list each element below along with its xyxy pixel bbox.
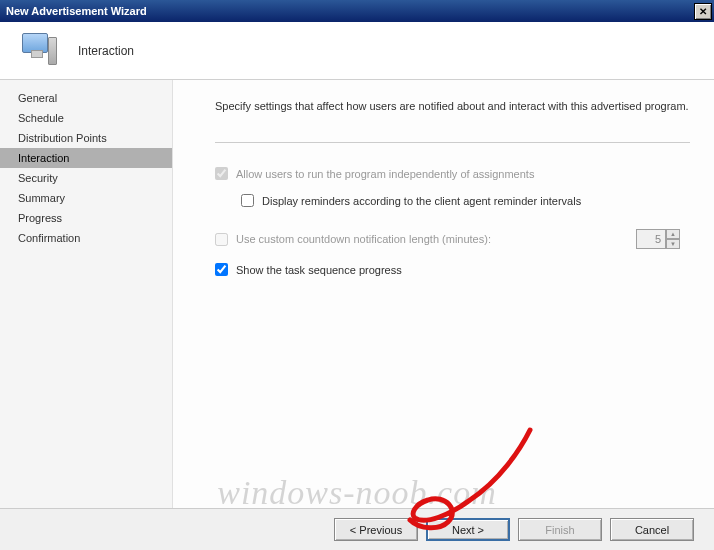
- close-button[interactable]: ✕: [694, 3, 712, 20]
- display-reminders-label: Display reminders according to the clien…: [262, 195, 581, 207]
- sidebar-item-label: General: [18, 92, 57, 104]
- next-button[interactable]: Next >: [426, 518, 510, 541]
- sidebar-item-label: Confirmation: [18, 232, 80, 244]
- finish-button: Finish: [518, 518, 602, 541]
- titlebar: New Advertisement Wizard ✕: [0, 0, 714, 22]
- option-custom-countdown: Use custom countdown notification length…: [215, 229, 690, 249]
- window-title: New Advertisement Wizard: [6, 5, 147, 17]
- sidebar-item-label: Progress: [18, 212, 62, 224]
- option-show-progress: Show the task sequence progress: [215, 263, 690, 276]
- sidebar-item-distribution-points[interactable]: Distribution Points: [0, 128, 172, 148]
- sidebar-item-confirmation[interactable]: Confirmation: [0, 228, 172, 248]
- sidebar-item-label: Interaction: [18, 152, 69, 164]
- wizard-header: Interaction: [0, 22, 714, 80]
- option-display-reminders: Display reminders according to the clien…: [215, 194, 690, 207]
- sidebar-item-schedule[interactable]: Schedule: [0, 108, 172, 128]
- sidebar-item-general[interactable]: General: [0, 88, 172, 108]
- allow-run-checkbox: [215, 167, 228, 180]
- description-text: Specify settings that affect how users a…: [215, 100, 690, 112]
- divider: [215, 142, 690, 143]
- custom-countdown-checkbox: [215, 233, 228, 246]
- computer-icon: [18, 31, 58, 71]
- wizard-footer: < Previous Next > Finish Cancel: [0, 508, 714, 550]
- spinner-down-icon: ▼: [666, 239, 680, 249]
- sidebar-item-label: Schedule: [18, 112, 64, 124]
- cancel-button[interactable]: Cancel: [610, 518, 694, 541]
- show-progress-checkbox[interactable]: [215, 263, 228, 276]
- sidebar-item-summary[interactable]: Summary: [0, 188, 172, 208]
- sidebar-item-label: Distribution Points: [18, 132, 107, 144]
- countdown-input: [636, 229, 666, 249]
- sidebar: General Schedule Distribution Points Int…: [0, 80, 172, 508]
- content-panel: Specify settings that affect how users a…: [172, 80, 714, 508]
- allow-run-label: Allow users to run the program independe…: [236, 168, 534, 180]
- show-progress-label: Show the task sequence progress: [236, 264, 402, 276]
- option-allow-run: Allow users to run the program independe…: [215, 167, 690, 180]
- wizard-body: General Schedule Distribution Points Int…: [0, 80, 714, 508]
- sidebar-item-interaction[interactable]: Interaction: [0, 148, 172, 168]
- sidebar-item-security[interactable]: Security: [0, 168, 172, 188]
- previous-button[interactable]: < Previous: [334, 518, 418, 541]
- sidebar-item-label: Summary: [18, 192, 65, 204]
- sidebar-item-progress[interactable]: Progress: [0, 208, 172, 228]
- spinner-up-icon: ▲: [666, 229, 680, 239]
- sidebar-item-label: Security: [18, 172, 58, 184]
- custom-countdown-label: Use custom countdown notification length…: [236, 233, 491, 245]
- page-title: Interaction: [78, 44, 134, 58]
- close-icon: ✕: [699, 6, 707, 17]
- countdown-spinner: ▲ ▼: [636, 229, 680, 249]
- display-reminders-checkbox[interactable]: [241, 194, 254, 207]
